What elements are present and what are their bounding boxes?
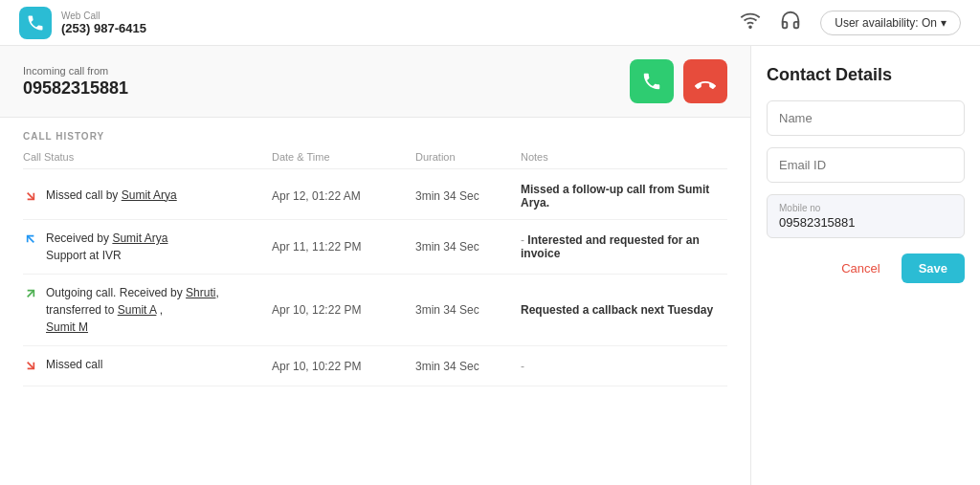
call-notes: Requested a callback next Tuesday xyxy=(521,303,727,317)
col-duration: Duration xyxy=(415,151,521,163)
missed-call-icon xyxy=(23,358,38,376)
mobile-value: 09582315881 xyxy=(779,215,952,230)
svg-point-0 xyxy=(749,26,751,28)
web-call-label: Web Call xyxy=(61,11,146,21)
call-duration: 3min 34 Sec xyxy=(415,189,521,203)
call-status-cell: Missed call xyxy=(23,356,272,376)
topbar-icons: User availability: On ▾ xyxy=(740,10,961,35)
decline-call-icon xyxy=(695,71,716,92)
call-notes: - xyxy=(521,360,727,373)
svg-line-3 xyxy=(28,291,34,298)
call-buttons xyxy=(630,59,727,103)
call-status-text: Missed call xyxy=(46,356,102,373)
call-status-text: Received by Sumit Arya Support at IVR xyxy=(46,230,167,264)
headset-icon xyxy=(780,10,801,35)
call-history-title: CALL HISTORY xyxy=(23,131,727,142)
call-duration: 3min 34 Sec xyxy=(415,360,521,373)
chevron-down-icon: ▾ xyxy=(941,16,947,30)
svg-line-1 xyxy=(28,192,34,199)
incoming-call-info: Incoming call from 09582315881 xyxy=(23,65,128,99)
contact-mobile-field: Mobile no 09582315881 xyxy=(767,194,965,238)
call-datetime: Apr 10, 10:22 PM xyxy=(272,360,415,373)
call-history-panel: CALL HISTORY Call Status Date & Time Dur… xyxy=(0,118,750,485)
decline-call-button[interactable] xyxy=(683,59,727,103)
contact-details-panel: Contact Details Mobile no 09582315881 Ca… xyxy=(750,46,980,485)
cancel-button[interactable]: Cancel xyxy=(830,254,891,283)
missed-call-icon xyxy=(23,188,38,207)
call-status-cell: Received by Sumit Arya Support at IVR xyxy=(23,230,272,264)
call-status-cell: Missed call by Sumit Arya xyxy=(23,187,272,207)
svg-line-4 xyxy=(28,363,34,369)
topbar: Web Call (253) 987-6415 User availabilit… xyxy=(0,0,980,46)
table-row: Missed call Apr 10, 10:22 PM 3min 34 Sec… xyxy=(23,346,727,386)
table-row: Outgoing call. Received by Shruti, trans… xyxy=(23,275,727,346)
call-datetime: Apr 11, 11:22 PM xyxy=(272,240,415,254)
left-panel: Incoming call from 09582315881 CALL HIST… xyxy=(0,46,750,485)
call-duration: 3min 34 Sec xyxy=(415,303,521,317)
col-status: Call Status xyxy=(23,151,272,163)
topbar-info: Web Call (253) 987-6415 xyxy=(61,11,146,35)
outgoing-call-icon xyxy=(23,286,38,304)
incoming-call-banner: Incoming call from 09582315881 xyxy=(0,46,750,118)
call-datetime: Apr 10, 12:22 PM xyxy=(272,303,415,317)
mobile-label: Mobile no xyxy=(779,203,952,213)
call-datetime: Apr 12, 01:22 AM xyxy=(272,189,415,203)
app-logo xyxy=(19,7,52,39)
call-status-text: Outgoing call. Received by Shruti, trans… xyxy=(46,284,272,336)
call-status-text: Missed call by Sumit Arya xyxy=(46,187,177,204)
save-button[interactable]: Save xyxy=(902,254,965,283)
accept-call-button[interactable] xyxy=(630,59,674,103)
topbar-phone-number: (253) 987-6415 xyxy=(61,21,146,35)
incoming-call-label: Incoming call from xyxy=(23,65,128,77)
table-row: Received by Sumit Arya Support at IVR Ap… xyxy=(23,220,727,275)
main-layout: Incoming call from 09582315881 CALL HIST… xyxy=(0,46,980,485)
phone-icon xyxy=(26,13,45,33)
accept-call-icon xyxy=(641,71,662,92)
col-datetime: Date & Time xyxy=(272,151,415,163)
call-notes: Missed a follow-up call from Sumit Arya. xyxy=(521,183,727,209)
availability-button[interactable]: User availability: On ▾ xyxy=(820,11,961,35)
contact-name-field[interactable] xyxy=(767,100,965,136)
svg-line-2 xyxy=(28,236,34,243)
table-row: Missed call by Sumit Arya Apr 12, 01:22 … xyxy=(23,173,727,220)
table-header: Call Status Date & Time Duration Notes xyxy=(23,151,727,169)
incoming-call-number: 09582315881 xyxy=(23,78,128,99)
call-duration: 3min 34 Sec xyxy=(415,240,521,254)
wifi-icon xyxy=(740,10,761,35)
col-notes: Notes xyxy=(521,151,727,163)
contact-details-title: Contact Details xyxy=(767,65,965,85)
availability-label: User availability: On xyxy=(835,16,937,30)
call-status-cell: Outgoing call. Received by Shruti, trans… xyxy=(23,284,272,336)
contact-email-field[interactable] xyxy=(767,147,965,183)
contact-actions: Cancel Save xyxy=(767,254,965,283)
received-call-icon xyxy=(23,231,38,250)
call-notes: - Interested and requested for an invoic… xyxy=(521,233,727,260)
